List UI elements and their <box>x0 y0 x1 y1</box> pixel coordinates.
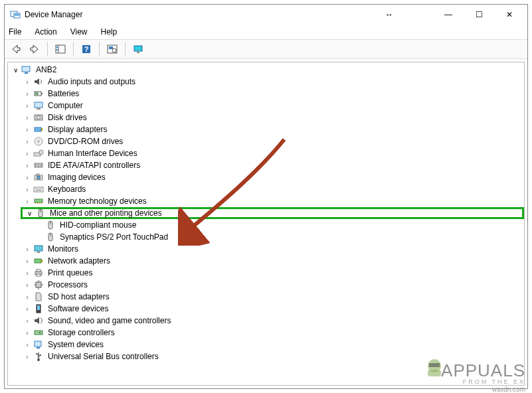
svg-rect-37 <box>35 189 36 189</box>
twisty-icon[interactable]: › <box>23 150 32 157</box>
maximize-icon: ☐ <box>476 10 483 19</box>
tree-category[interactable]: ›Network adapters <box>23 255 524 267</box>
svg-rect-24 <box>41 128 43 131</box>
category-label: Computer <box>46 101 84 110</box>
twisty-icon[interactable]: › <box>23 329 32 337</box>
show-hide-tree-button[interactable] <box>53 42 68 56</box>
help-button[interactable]: ? <box>79 42 94 56</box>
tree-device[interactable]: Synaptics PS/2 Port TouchPad <box>35 231 524 243</box>
menu-help[interactable]: Help <box>100 26 119 38</box>
monitor-icon <box>133 44 143 54</box>
titlebar[interactable]: Device Manager ↔ — ☐ ✕ <box>5 5 527 25</box>
category-label: Human Interface Devices <box>46 149 139 158</box>
category-label: IDE ATA/ATAPI controllers <box>46 161 141 170</box>
tree-category[interactable]: ›Keyboards <box>23 183 524 195</box>
tree-category[interactable]: ›Processors <box>23 279 524 291</box>
svg-rect-6 <box>56 49 58 50</box>
tree-root[interactable]: ∨ ANB2 ›Audio inputs and outputs ›Batter… <box>11 64 524 362</box>
tree-category[interactable]: ›System devices <box>23 339 524 351</box>
monitor-button[interactable] <box>131 42 145 56</box>
svg-rect-28 <box>39 150 43 155</box>
tree-device[interactable]: HID-compliant mouse <box>35 219 524 231</box>
twisty-icon[interactable]: › <box>23 293 32 301</box>
twisty-icon[interactable]: › <box>23 246 32 253</box>
twisty-icon[interactable]: › <box>23 317 32 325</box>
tree-category[interactable]: ›DVD/CD-ROM drives <box>23 135 524 147</box>
category-label: Mice and other pointing devices <box>48 208 163 218</box>
twisty-icon[interactable]: › <box>23 174 32 181</box>
svg-point-22 <box>37 116 41 119</box>
tree-category[interactable]: ›Batteries <box>23 88 524 100</box>
tree-category[interactable]: ›SD host adapters <box>23 291 524 303</box>
computer-root-icon <box>21 64 32 75</box>
minimize-button[interactable]: — <box>433 5 464 25</box>
tree-category[interactable]: ›Storage controllers <box>23 327 524 339</box>
tree-category[interactable]: ›Monitors <box>23 243 524 255</box>
tree-category[interactable]: ›Memory technology devices <box>23 195 524 207</box>
twisty-icon[interactable]: › <box>23 341 32 349</box>
resize-indicator-icon: ↔ <box>385 10 393 19</box>
audio-icon <box>33 76 44 87</box>
svg-rect-13 <box>137 52 139 53</box>
twisty-icon[interactable]: ∨ <box>25 210 34 217</box>
svg-rect-45 <box>37 202 38 204</box>
category-label: Display adapters <box>46 125 108 134</box>
menu-file[interactable]: File <box>7 26 23 38</box>
tree-category[interactable]: ›Sound, video and game controllers <box>23 315 524 327</box>
keyboard-icon <box>33 184 44 195</box>
help-icon: ? <box>81 44 92 54</box>
tree-category[interactable]: ›Software devices <box>23 303 524 315</box>
twisty-icon[interactable]: › <box>23 126 32 133</box>
category-label: Print queues <box>46 268 94 277</box>
category-label: Universal Serial Bus controllers <box>46 352 160 361</box>
twisty-icon[interactable]: › <box>23 162 32 169</box>
tree-category[interactable]: ›IDE ATA/ATAPI controllers <box>23 159 524 171</box>
menu-action[interactable]: Action <box>33 26 58 38</box>
tree-category[interactable]: ›Print queues <box>23 267 524 279</box>
back-button[interactable] <box>9 42 23 56</box>
device-manager-window: Device Manager ↔ — ☐ ✕ File Action View … <box>4 4 528 389</box>
twisty-icon[interactable]: › <box>23 353 32 360</box>
twisty-icon[interactable]: ∨ <box>11 66 20 74</box>
tree-category[interactable]: ›Human Interface Devices <box>23 147 524 159</box>
twisty-icon[interactable]: › <box>23 270 32 277</box>
svg-rect-15 <box>25 72 28 74</box>
tree-category[interactable]: ›Audio inputs and outputs <box>23 76 524 88</box>
twisty-icon[interactable]: › <box>23 258 32 265</box>
tree-category[interactable]: ›Imaging devices <box>23 171 524 183</box>
svg-rect-68 <box>35 331 43 335</box>
twisty-icon[interactable]: › <box>23 114 32 121</box>
device-tree[interactable]: ∨ ANB2 ›Audio inputs and outputs ›Batter… <box>7 62 525 386</box>
twisty-icon[interactable]: › <box>23 281 32 289</box>
svg-rect-17 <box>41 93 43 94</box>
monitor-icon <box>33 244 44 254</box>
tree-view-icon <box>55 44 66 54</box>
forward-button[interactable] <box>27 42 42 56</box>
tree-category-mice[interactable]: ∨ Mice and other pointing devices HID-co… <box>23 207 524 243</box>
twisty-icon[interactable]: › <box>23 198 32 205</box>
twisty-icon[interactable]: › <box>23 305 32 313</box>
twisty-icon[interactable]: › <box>23 186 32 193</box>
category-label: Sound, video and game controllers <box>46 316 172 325</box>
svg-rect-47 <box>41 202 42 204</box>
svg-rect-54 <box>35 246 43 251</box>
close-button[interactable]: ✕ <box>494 5 525 25</box>
svg-rect-35 <box>37 174 39 175</box>
svg-rect-2 <box>15 14 19 16</box>
tree-category[interactable]: ›Disk drives <box>23 112 524 123</box>
scan-hardware-button[interactable] <box>105 42 120 56</box>
tree-category[interactable]: ›Computer <box>23 100 524 112</box>
maximize-button[interactable]: ☐ <box>464 5 494 25</box>
twisty-icon[interactable]: › <box>23 90 32 98</box>
category-label: Processors <box>46 280 89 289</box>
svg-rect-43 <box>35 199 43 202</box>
tree-category[interactable]: ›Display adapters <box>23 123 524 135</box>
twisty-icon[interactable]: › <box>23 138 32 145</box>
tree-category[interactable]: ›Universal Serial Bus controllers <box>23 351 524 362</box>
print-icon <box>33 268 44 278</box>
twisty-icon[interactable]: › <box>23 78 32 86</box>
svg-point-26 <box>38 141 40 143</box>
twisty-icon[interactable]: › <box>23 102 32 110</box>
menu-view[interactable]: View <box>69 26 89 38</box>
svg-rect-10 <box>109 46 113 49</box>
